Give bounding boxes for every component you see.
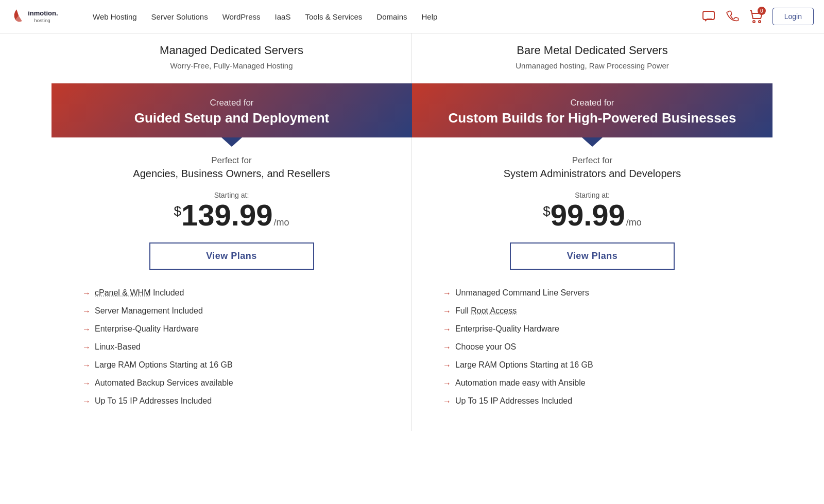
nav-iaas[interactable]: IaaS [275,12,291,21]
managed-price-period: /mo [273,217,289,228]
baremetal-feature-5: → Large RAM Options Starting at 16 GB [443,356,742,374]
pricing-section: Perfect for Agencies, Business Owners, a… [52,137,772,431]
managed-perfect-for-value: Agencies, Business Owners, and Resellers [82,168,381,180]
arrow-icon: → [443,379,451,388]
baremetal-feature-3: → Enterprise-Quality Hardware [443,320,742,338]
arrow-icon: → [82,289,91,298]
arrow-icon: → [82,361,91,370]
managed-feature-2: → Server Management Included [82,302,381,320]
managed-perfect-for-label: Perfect for [82,155,381,166]
managed-feature-1: → cPanel & WHM Included [82,284,381,302]
phone-icon[interactable] [725,9,740,24]
arrow-icon: → [443,325,451,334]
baremetal-perfect-for-label: Perfect for [443,155,742,166]
svg-rect-2 [703,11,714,20]
managed-server-title: Managed Dedicated Servers [72,44,391,57]
arrow-icon: → [443,307,451,316]
baremetal-server-subtitle: Unmanaged hosting, Raw Processing Power [433,61,752,70]
baremetal-feature-6: → Automation made easy with Ansible [443,374,742,392]
managed-feature-5: → Large RAM Options Starting at 16 GB [82,356,381,374]
managed-feature-7: → Up To 15 IP Addresses Included [82,392,381,410]
managed-feature-6: → Automated Backup Services available [82,374,381,392]
arrow-icon: → [82,397,91,406]
managed-banner-arrow [221,137,242,147]
nav-web-hosting[interactable]: Web Hosting [93,12,137,21]
nav-actions: 0 Login [701,8,814,25]
managed-price-dollar: $ [174,203,181,219]
nav-tools-services[interactable]: Tools & Services [305,12,362,21]
managed-feature-4: → Linux-Based [82,338,381,356]
navbar: inmotion. hosting Web Hosting Server Sol… [0,0,824,33]
nav-server-solutions[interactable]: Server Solutions [151,12,208,21]
cart-icon[interactable]: 0 [749,9,763,24]
arrow-icon: → [443,397,451,406]
arrow-icon: → [82,325,91,334]
arrow-icon: → [82,307,91,316]
baremetal-feature-2: → Full Root Access [443,302,742,320]
nav-domains[interactable]: Domains [376,12,407,21]
baremetal-banner: Created for Custom Builds for High-Power… [412,83,772,137]
managed-server-type: Managed Dedicated Servers Worry-Free, Fu… [52,33,412,83]
nav-help[interactable]: Help [422,12,438,21]
baremetal-banner-arrow [582,137,603,147]
baremetal-pricing-card: Perfect for System Administrators and De… [412,137,772,431]
svg-text:hosting: hosting [34,17,50,23]
baremetal-feature-1: → Unmanaged Command Line Servers [443,284,742,302]
logo[interactable]: inmotion. hosting [10,5,77,28]
managed-pricing-card: Perfect for Agencies, Business Owners, a… [52,137,412,431]
baremetal-view-plans-button[interactable]: View Plans [510,242,675,270]
arrow-icon: → [443,289,451,298]
arrow-icon: → [443,343,451,352]
managed-price-amount: 139.99 [181,200,272,230]
baremetal-price-amount: 99.99 [551,200,625,230]
baremetal-perfect-for-value: System Administrators and Developers [443,168,742,180]
banners: Created for Guided Setup and Deployment … [52,83,772,137]
baremetal-feature-4: → Choose your OS [443,338,742,356]
managed-view-plans-button[interactable]: View Plans [149,242,314,270]
nav-links: Web Hosting Server Solutions WordPress I… [93,12,701,21]
baremetal-price-period: /mo [626,217,642,228]
arrow-icon: → [82,379,91,388]
managed-banner-title: Guided Setup and Deployment [72,110,391,126]
baremetal-banner-subtitle: Created for [433,98,752,108]
nav-wordpress[interactable]: WordPress [222,12,261,21]
svg-point-3 [753,21,755,23]
baremetal-price-dollar: $ [543,203,550,219]
arrow-icon: → [82,343,91,352]
baremetal-server-type: Bare Metal Dedicated Servers Unmanaged h… [412,33,772,83]
main-content: Managed Dedicated Servers Worry-Free, Fu… [52,33,772,431]
login-button[interactable]: Login [772,8,814,25]
arrow-icon: → [443,361,451,370]
managed-banner-subtitle: Created for [72,98,391,108]
baremetal-banner-title: Custom Builds for High-Powered Businesse… [433,110,752,126]
logo-svg: inmotion. hosting [10,5,77,28]
baremetal-feature-7: → Up To 15 IP Addresses Included [443,392,742,410]
baremetal-price-wrap: $ 99.99 /mo [443,200,742,230]
managed-price-wrap: $ 139.99 /mo [82,200,381,230]
baremetal-feature-list: → Unmanaged Command Line Servers → Full … [443,284,742,410]
managed-server-subtitle: Worry-Free, Fully-Managed Hosting [72,61,391,70]
managed-feature-list: → cPanel & WHM Included → Server Managem… [82,284,381,410]
managed-banner: Created for Guided Setup and Deployment [52,83,412,137]
svg-point-4 [759,21,761,23]
managed-feature-3: → Enterprise-Quality Hardware [82,320,381,338]
chat-icon[interactable] [701,9,716,24]
baremetal-server-title: Bare Metal Dedicated Servers [433,44,752,57]
server-types: Managed Dedicated Servers Worry-Free, Fu… [52,33,772,83]
cart-badge: 0 [758,7,766,15]
svg-text:inmotion.: inmotion. [28,9,58,16]
